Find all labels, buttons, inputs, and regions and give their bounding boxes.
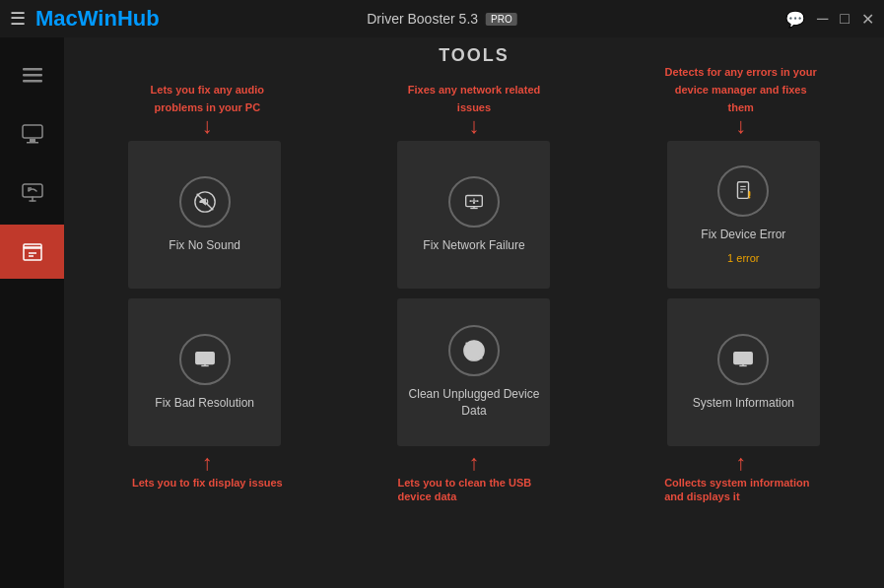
title-bar-center: Driver Booster 5.3 PRO [367, 11, 517, 27]
arrow-usb: ↑ [468, 452, 479, 474]
tooltip-bottom-usb-text: Lets you to clean the USB device data [397, 476, 550, 504]
svg-rect-2 [23, 80, 42, 83]
pro-badge: PRO [486, 13, 517, 26]
icon-clean-unplugged [448, 325, 500, 376]
card-system-info-label: System Information [693, 395, 794, 412]
svg-rect-4 [30, 139, 35, 142]
cards-row-1: Fix No Sound [74, 139, 874, 291]
sidebar-item-tools[interactable] [0, 225, 64, 279]
card-fix-network[interactable]: Fix Network Failure [397, 141, 550, 289]
arrow-sysinfo: ↑ [735, 452, 746, 474]
content-area: TOOLS Lets you fix any audio problems in… [64, 37, 884, 588]
title-bar-right: 💬 ─ □ ✕ [785, 10, 874, 29]
svg-rect-0 [23, 68, 42, 71]
icon-fix-no-sound [179, 176, 231, 228]
card-fix-no-sound[interactable]: Fix No Sound [128, 141, 281, 289]
card-clean-unplugged[interactable]: Clean Unplugged Device Data [397, 298, 550, 446]
icon-fix-network [448, 176, 500, 228]
sidebar-item-monitor[interactable] [0, 106, 64, 161]
tooltip-bottom-resolution: ↑ Lets you to fix display issues [131, 452, 284, 508]
card-fix-device-error-label: Fix Device Error [701, 227, 785, 243]
arrow-resolution: ↑ [202, 452, 213, 474]
brand-title: MacWinHub [35, 6, 160, 32]
minimize-button[interactable]: ─ [817, 10, 828, 28]
icon-fix-device-error [717, 165, 769, 217]
tooltip-row-bottom: ↑ Lets you to fix display issues ↑ Lets … [74, 448, 874, 512]
cards-row-2: Fix Bad Resolution Clean Unplugged Devi [74, 296, 874, 448]
svg-rect-27 [195, 352, 213, 363]
arrow-network: ↓ [397, 115, 550, 137]
section-title: TOOLS [439, 45, 510, 65]
svg-rect-5 [27, 142, 38, 144]
sidebar-item-restore[interactable] [0, 165, 64, 220]
main-layout: TOOLS Lets you fix any audio problems in… [0, 37, 884, 588]
sidebar [0, 37, 64, 588]
card-fix-no-sound-label: Fix No Sound [169, 237, 240, 254]
tooltip-sound-text: Lets you fix any audio problems in your … [151, 84, 265, 113]
svg-rect-3 [23, 125, 42, 138]
tooltip-device: Detects for any errors in your device ma… [664, 62, 817, 137]
card-fix-device-error[interactable]: Fix Device Error 1 error [667, 141, 820, 289]
svg-rect-1 [23, 74, 42, 77]
card-fix-bad-resolution[interactable]: Fix Bad Resolution [128, 298, 281, 446]
arrow-sound: ↓ [131, 115, 284, 137]
svg-rect-21 [738, 181, 749, 198]
svg-point-26 [749, 196, 751, 198]
icon-fix-bad-resolution [179, 334, 231, 385]
maximize-button[interactable]: □ [840, 10, 850, 28]
icon-system-info [717, 334, 769, 385]
tooltip-bottom-usb: ↑ Lets you to clean the USB device data [397, 452, 550, 508]
card-fix-bad-resolution-label: Fix Bad Resolution [155, 395, 254, 412]
close-button[interactable]: ✕ [861, 10, 874, 29]
tooltip-sound: Lets you fix any audio problems in your … [131, 80, 284, 137]
menu-icon[interactable]: ☰ [10, 8, 26, 30]
title-bar-left: ☰ MacWinHub [10, 6, 160, 32]
grid-area: Lets you fix any audio problems in your … [64, 70, 884, 588]
tooltip-network-text: Fixes any network related issues [408, 84, 541, 113]
svg-rect-6 [23, 184, 42, 197]
tooltip-row-top: Lets you fix any audio problems in your … [74, 70, 874, 139]
card-clean-unplugged-label: Clean Unplugged Device Data [397, 386, 550, 420]
card-system-info[interactable]: System Information [667, 298, 820, 446]
tooltip-network: Fixes any network related issues ↓ [397, 80, 550, 137]
arrow-device: ↓ [664, 115, 817, 137]
tooltip-bottom-sysinfo: ↑ Collects system information and displa… [664, 452, 817, 508]
card-fix-device-error-count: 1 error [727, 252, 759, 264]
tooltip-device-text: Detects for any errors in your device ma… [665, 66, 817, 113]
title-bar: ☰ MacWinHub Driver Booster 5.3 PRO 💬 ─ □… [0, 0, 884, 37]
sidebar-item-menu[interactable] [0, 47, 64, 101]
chat-icon[interactable]: 💬 [785, 10, 805, 29]
svg-point-19 [469, 200, 471, 202]
svg-point-20 [477, 200, 479, 202]
tooltip-bottom-resolution-text: Lets you to fix display issues [132, 476, 283, 490]
svg-point-36 [742, 355, 744, 357]
svg-rect-8 [24, 244, 41, 248]
app-name: Driver Booster 5.3 [367, 11, 478, 27]
svg-point-17 [473, 201, 475, 203]
tooltip-bottom-sysinfo-text: Collects system information and displays… [664, 476, 817, 504]
card-fix-network-label: Fix Network Failure [423, 237, 524, 254]
